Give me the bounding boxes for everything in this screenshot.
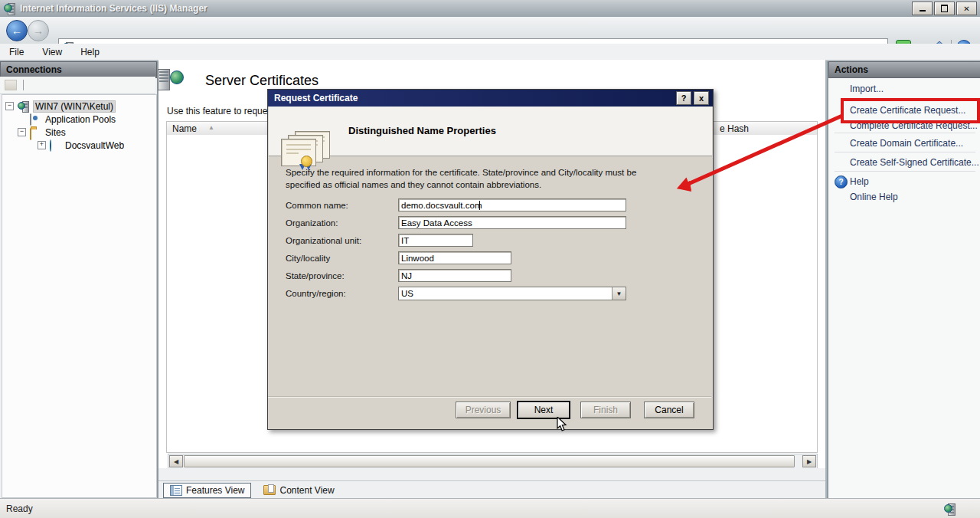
application-pools-icon — [30, 114, 41, 125]
country-region-label: Country/region: — [286, 289, 346, 298]
window-titlebar: Internet Information Services (IIS) Mana… — [0, 0, 980, 18]
organization-label: Organization: — [286, 218, 338, 228]
close-icon[interactable]: ✕ — [956, 2, 977, 15]
folder-icon — [30, 127, 41, 138]
minimize-icon[interactable] — [912, 2, 933, 15]
actions-panel: Actions Import... Create Certificate Req… — [827, 61, 980, 498]
navigation-toolbar: ← → ▶ WIN7 ▶ ⇄ ✕ ? ▼ — [0, 17, 980, 44]
save-connection-icon — [5, 80, 17, 90]
column-header-certificate-hash[interactable]: e Hash — [720, 123, 749, 134]
connections-header: Connections — [0, 61, 157, 78]
scroll-right-icon[interactable]: ▶ — [802, 455, 816, 467]
dialog-heading: Distinguished Name Properties — [348, 125, 496, 136]
connections-tree: − WIN7 (WIN7\Ketul) Application Pools − … — [2, 94, 157, 498]
actions-divider — [835, 152, 975, 152]
common-name-label: Common name: — [286, 201, 348, 210]
iis-status-icon — [944, 503, 956, 515]
collapse-icon[interactable]: − — [18, 128, 26, 136]
iis-manager-window: Internet Information Services (IIS) Mana… — [0, 0, 980, 518]
tree-item-label[interactable]: WIN7 (WIN7\Ketul) — [33, 100, 116, 113]
common-name-input[interactable] — [398, 198, 626, 211]
expand-icon[interactable]: + — [38, 141, 46, 149]
action-complete-certificate-request[interactable]: Complete Certificate Request... — [850, 120, 978, 131]
organization-input[interactable] — [398, 216, 626, 229]
dialog-footer-divider — [268, 396, 711, 398]
state-province-label: State/province: — [286, 271, 345, 280]
status-text: Ready — [6, 503, 33, 514]
previous-button: Previous — [456, 402, 511, 418]
next-button[interactable]: Next — [518, 402, 570, 418]
dialog-description: Specify the required information for the… — [286, 167, 672, 191]
chevron-down-icon[interactable]: ▼ — [612, 287, 626, 300]
iis-app-icon — [4, 3, 15, 15]
tree-item-sites[interactable]: − Sites — [18, 126, 66, 139]
server-icon — [18, 101, 29, 112]
tree-item-server[interactable]: − WIN7 (WIN7\Ketul) — [5, 100, 116, 113]
tab-label[interactable]: Features View — [186, 485, 244, 496]
menu-bar: File View Help — [0, 44, 980, 61]
window-title: Internet Information Services (IIS) Mana… — [20, 3, 207, 14]
content-view-icon — [263, 485, 276, 495]
dialog-titlebar: Request Certificate ? x — [268, 90, 713, 107]
request-certificate-dialog: Request Certificate ? x Distinguished Na… — [267, 89, 714, 430]
dialog-banner: Distinguished Name Properties — [269, 107, 712, 156]
tree-item-docsvaultweb[interactable]: + DocsvaultWeb — [38, 139, 124, 152]
action-create-domain-certificate[interactable]: Create Domain Certificate... — [850, 138, 963, 149]
toolbar-divider — [23, 80, 24, 90]
tree-item-application-pools[interactable]: Application Pools — [30, 113, 116, 126]
view-tabbar: Features View Content View — [158, 480, 825, 499]
restore-icon[interactable] — [934, 2, 955, 15]
feature-description: Use this feature to reques — [167, 106, 272, 116]
country-region-value: US — [399, 289, 612, 298]
city-locality-label: City/locality — [286, 254, 330, 263]
features-view-icon — [170, 485, 182, 496]
state-province-input[interactable] — [398, 269, 511, 282]
horizontal-scrollbar[interactable]: ◀ ▶ — [168, 454, 818, 469]
actions-divider — [835, 133, 975, 133]
tree-item-label[interactable]: Application Pools — [45, 114, 116, 125]
actions-header: Actions — [828, 61, 980, 78]
actions-divider — [835, 171, 975, 172]
action-create-self-signed-certificate[interactable]: Create Self-Signed Certificate... — [850, 157, 979, 168]
back-button[interactable]: ← — [6, 20, 28, 41]
menu-file[interactable]: File — [0, 45, 33, 59]
text-caret — [479, 201, 480, 210]
sort-ascending-icon: ▲ — [208, 124, 214, 131]
tab-features-view[interactable]: Features View — [163, 483, 251, 498]
connections-toolbar — [0, 77, 155, 94]
menu-view[interactable]: View — [33, 45, 71, 59]
tree-item-label[interactable]: Sites — [45, 127, 66, 138]
content-footer-strip — [158, 468, 825, 480]
city-locality-input[interactable] — [398, 251, 511, 264]
tree-item-label[interactable]: DocsvaultWeb — [65, 140, 124, 151]
tab-content-view[interactable]: Content View — [257, 484, 340, 497]
connections-panel: Connections − WIN7 (WIN7\Ketul) Applicat… — [0, 61, 158, 498]
action-import[interactable]: Import... — [850, 84, 884, 94]
scrollbar-thumb[interactable] — [184, 455, 795, 467]
organizational-unit-label: Organizational unit: — [286, 236, 361, 245]
column-header-name[interactable]: Name — [172, 123, 197, 134]
help-icon: ? — [835, 175, 848, 189]
action-create-certificate-request[interactable]: Create Certificate Request... — [850, 105, 965, 116]
dialog-title: Request Certificate — [274, 93, 676, 103]
forward-button[interactable]: → — [28, 20, 49, 41]
tab-label[interactable]: Content View — [279, 485, 334, 496]
organizational-unit-input[interactable] — [398, 234, 473, 247]
collapse-icon[interactable]: − — [5, 102, 14, 110]
dialog-close-icon[interactable]: x — [694, 91, 709, 105]
cancel-button[interactable]: Cancel — [644, 402, 694, 418]
page-title: Server Certificates — [205, 73, 318, 89]
status-bar: Ready — [0, 498, 980, 518]
country-region-select[interactable]: US ▼ — [398, 287, 626, 300]
menu-help[interactable]: Help — [71, 45, 109, 59]
certificates-icon — [281, 131, 332, 169]
site-globe-icon — [50, 140, 61, 151]
dialog-help-icon[interactable]: ? — [676, 91, 691, 105]
scroll-left-icon[interactable]: ◀ — [169, 455, 183, 467]
action-online-help[interactable]: Online Help — [850, 192, 898, 202]
finish-button: Finish — [580, 402, 631, 418]
action-help[interactable]: Help — [850, 176, 869, 187]
